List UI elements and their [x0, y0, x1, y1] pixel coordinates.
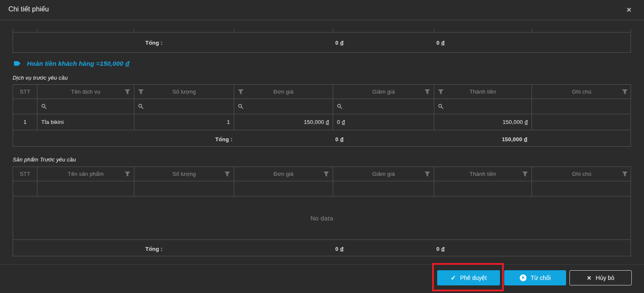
filter-input-unit-price[interactable]	[234, 99, 333, 114]
filter-icon[interactable]	[125, 172, 130, 177]
filter-icon[interactable]	[522, 172, 528, 177]
search-icon	[438, 104, 444, 109]
product-totals-row: Tổng : 0đ 0đ	[13, 240, 631, 258]
search-icon	[238, 104, 243, 109]
filter-icon[interactable]	[622, 89, 628, 94]
column-header-service-name[interactable]: Tên dịch vụ	[37, 85, 134, 99]
column-header-product-name[interactable]: Tên sản phẩm	[37, 167, 134, 181]
search-icon	[138, 104, 144, 109]
cancel-button[interactable]: ✕ Hủy bỏ	[569, 270, 632, 285]
filter-icon[interactable]	[125, 89, 130, 94]
column-header-note[interactable]: Ghi chú	[532, 167, 631, 181]
column-header-unit-price[interactable]: Đơn giá	[234, 85, 333, 99]
reject-button-label: Từ chối	[531, 274, 551, 281]
filter-icon[interactable]	[425, 89, 430, 94]
search-icon	[337, 104, 342, 109]
reject-button[interactable]: ✕ Từ chối	[504, 270, 566, 285]
empty-table-body: No data	[13, 196, 631, 240]
refund-note: Hoàn tiền khách hàng =150,000đ	[14, 60, 129, 67]
column-header-unit-price[interactable]: Đơn giá	[234, 167, 333, 181]
quantity-cell: 1	[134, 114, 234, 130]
filter-input-quantity[interactable]	[134, 99, 234, 114]
filter-icon[interactable]	[622, 172, 628, 177]
cancel-button-label: Hủy bỏ	[596, 274, 614, 281]
product-table: STT Tên sản phẩm Số lượng Đơn giá Giảm g…	[13, 167, 631, 256]
summary-amount-total: 0đ	[436, 40, 445, 46]
refund-note-text: Hoàn tiền khách hàng =150,000đ	[27, 60, 129, 67]
stt-cell: 1	[13, 114, 37, 130]
product-filter-row	[13, 181, 631, 196]
summary-discount-total: 0đ	[335, 40, 344, 46]
column-header-note[interactable]: Ghi chú	[532, 85, 631, 99]
column-header-amount[interactable]: Thành tiền	[434, 167, 532, 181]
column-header-stt: STT	[13, 85, 37, 99]
total-label: Tổng :	[215, 136, 232, 142]
service-amount-total: 150,000đ	[502, 136, 527, 142]
filter-input-discount[interactable]	[333, 181, 434, 196]
filter-icon[interactable]	[224, 172, 230, 177]
filter-input-discount[interactable]	[333, 99, 434, 114]
approve-button[interactable]: ✓ Phê duyệt	[437, 270, 500, 285]
modal-header: Chi tiết phiếu ✕	[0, 0, 644, 20]
filter-icon[interactable]	[138, 89, 144, 94]
column-header-quantity[interactable]: Số lượng	[134, 167, 234, 181]
filter-input-amount[interactable]	[434, 99, 532, 114]
close-icon[interactable]: ✕	[624, 5, 634, 15]
no-data-text: No data	[310, 215, 333, 222]
column-header-amount[interactable]: Thành tiền	[434, 85, 532, 99]
service-table-caption: Dịch vụ trước yêu cầu	[13, 75, 68, 81]
filter-input-amount[interactable]	[434, 181, 532, 196]
product-amount-total: 0đ	[436, 246, 445, 252]
service-table-row[interactable]: 1 Tỉa bikini 1 150,000đ 0đ 150,000đ	[13, 114, 631, 130]
total-label: Tổng :	[145, 246, 163, 252]
filter-icon[interactable]	[323, 172, 329, 177]
filter-icon[interactable]	[238, 89, 243, 94]
check-icon: ✓	[451, 274, 456, 282]
unit-price-cell: 150,000đ	[234, 114, 333, 130]
filter-input-quantity[interactable]	[134, 181, 234, 196]
column-header-discount[interactable]: Giảm giá	[333, 167, 434, 181]
tag-arrow-icon	[14, 61, 21, 66]
summary-table: Tổng : 0đ 0đ	[13, 29, 631, 53]
product-header-row: STT Tên sản phẩm Số lượng Đơn giá Giảm g…	[13, 167, 631, 181]
column-header-discount[interactable]: Giảm giá	[333, 85, 434, 99]
service-discount-total: 0đ	[335, 136, 344, 142]
service-totals-row: Tổng : 0đ 150,000đ	[13, 130, 631, 148]
service-filter-row	[13, 99, 631, 114]
service-name-cell: Tỉa bikini	[37, 114, 134, 130]
circle-x-icon: ✕	[520, 274, 526, 281]
search-icon	[41, 104, 47, 109]
note-cell	[532, 114, 631, 130]
ticket-detail-modal: Chi tiết phiếu ✕ Tổng : 0đ 0đ Hoàn tiền …	[0, 0, 644, 293]
filter-input-service-name[interactable]	[37, 99, 134, 114]
filter-icon[interactable]	[425, 172, 430, 177]
total-label: Tổng :	[145, 40, 163, 46]
service-table: STT Tên dịch vụ Số lượng Đơn giá Giảm gi…	[13, 84, 631, 147]
discount-cell: 0đ	[333, 114, 434, 130]
summary-totals-row: Tổng : 0đ 0đ	[13, 32, 631, 53]
modal-title: Chi tiết phiếu	[8, 5, 49, 13]
footer-divider	[0, 264, 644, 265]
column-header-quantity[interactable]: Số lượng	[134, 85, 234, 99]
product-discount-total: 0đ	[335, 246, 344, 252]
filter-input-unit-price[interactable]	[234, 181, 333, 196]
summary-table-clipped-row	[13, 29, 631, 32]
amount-cell: 150,000đ	[434, 114, 532, 130]
filter-input-product-name[interactable]	[37, 181, 134, 196]
approve-button-label: Phê duyệt	[460, 274, 486, 281]
column-header-stt: STT	[13, 167, 37, 181]
product-table-caption: Sản phẩm Trước yêu cầu	[13, 156, 76, 163]
x-icon: ✕	[587, 275, 591, 281]
service-header-row: STT Tên dịch vụ Số lượng Đơn giá Giảm gi…	[13, 85, 631, 99]
filter-icon[interactable]	[438, 89, 444, 94]
